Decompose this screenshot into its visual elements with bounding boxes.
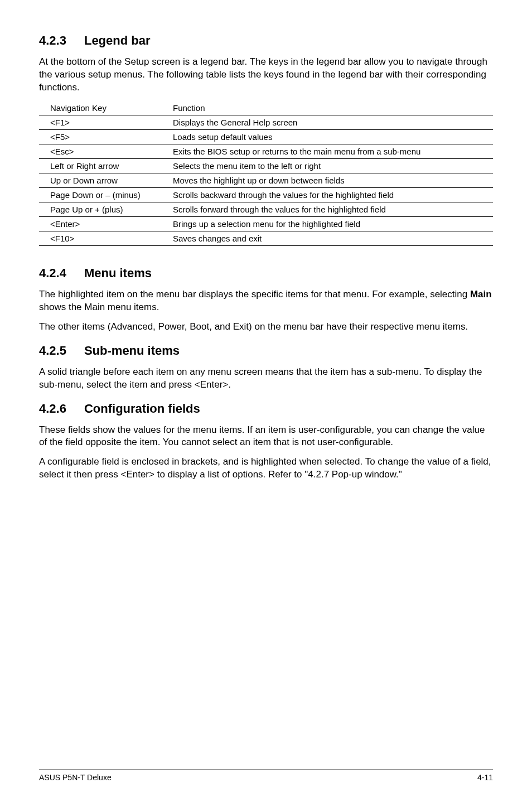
cell-fn: Loads setup default values <box>162 129 493 144</box>
cell-fn: Scrolls backward through the values for … <box>162 187 493 202</box>
cell-key: Left or Right arrow <box>39 158 162 173</box>
table-header-row: Navigation Key Function <box>39 101 493 115</box>
cell-fn: Scrolls forward through the values for t… <box>162 202 493 216</box>
table-row: Page Up or + (plus) Scrolls forward thro… <box>39 202 493 216</box>
table-row: <F1> Displays the General Help screen <box>39 115 493 129</box>
cell-key: <F5> <box>39 129 162 144</box>
heading-426: 4.2.6 Configuration fields <box>39 402 493 416</box>
p1-pre: The highlighted item on the menu bar dis… <box>39 289 470 299</box>
table-row: Page Down or – (minus) Scrolls backward … <box>39 187 493 202</box>
p1-426: These fields show the values for the men… <box>39 424 493 450</box>
heading-number: 4.2.3 <box>39 33 66 48</box>
table-row: Left or Right arrow Selects the menu ite… <box>39 158 493 173</box>
heading-title: Sub-menu items <box>84 344 180 358</box>
footer-left: ASUS P5N-T Deluxe <box>39 773 112 782</box>
cell-fn: Displays the General Help screen <box>162 115 493 129</box>
p2-424: The other items (Advanced, Power, Boot, … <box>39 321 493 334</box>
heading-title: Configuration fields <box>84 402 200 416</box>
p1-425: A solid triangle before each item on any… <box>39 366 493 392</box>
page-footer: ASUS P5N-T Deluxe 4-11 <box>39 769 493 782</box>
cell-key: Page Up or + (plus) <box>39 202 162 216</box>
p2-426: A configurable field is enclosed in brac… <box>39 456 493 481</box>
cell-key: Up or Down arrow <box>39 173 162 187</box>
cell-key: <F1> <box>39 115 162 129</box>
p1-bold: Main <box>470 289 492 299</box>
heading-number: 4.2.5 <box>39 344 66 358</box>
cell-key: Page Down or – (minus) <box>39 187 162 202</box>
heading-424: 4.2.4 Menu items <box>39 266 493 281</box>
cell-key: <F10> <box>39 231 162 245</box>
cell-fn: Brings up a selection menu for the highl… <box>162 216 493 231</box>
heading-number: 4.2.6 <box>39 402 66 416</box>
cell-fn: Saves changes and exit <box>162 231 493 245</box>
legend-table: Navigation Key Function <F1> Displays th… <box>39 101 493 246</box>
table-row: <Esc> Exits the BIOS setup or returns to… <box>39 144 493 158</box>
heading-number: 4.2.4 <box>39 266 66 281</box>
cell-key: <Enter> <box>39 216 162 231</box>
heading-title: Legend bar <box>84 33 151 48</box>
cell-fn: Moves the highlight up or down between f… <box>162 173 493 187</box>
table-row: Up or Down arrow Moves the highlight up … <box>39 173 493 187</box>
th-fn: Function <box>162 101 493 115</box>
table-row: <F10> Saves changes and exit <box>39 231 493 245</box>
cell-key: <Esc> <box>39 144 162 158</box>
p1-424: The highlighted item on the menu bar dis… <box>39 288 493 314</box>
heading-423: 4.2.3 Legend bar <box>39 33 493 48</box>
intro-423: At the bottom of the Setup screen is a l… <box>39 56 493 94</box>
table-row: <Enter> Brings up a selection menu for t… <box>39 216 493 231</box>
p1-post: shows the Main menu items. <box>39 302 159 312</box>
cell-fn: Selects the menu item to the left or rig… <box>162 158 493 173</box>
footer-right: 4-11 <box>477 773 493 782</box>
heading-title: Menu items <box>84 266 152 281</box>
table-row: <F5> Loads setup default values <box>39 129 493 144</box>
th-key: Navigation Key <box>39 101 162 115</box>
heading-425: 4.2.5 Sub-menu items <box>39 344 493 358</box>
cell-fn: Exits the BIOS setup or returns to the m… <box>162 144 493 158</box>
